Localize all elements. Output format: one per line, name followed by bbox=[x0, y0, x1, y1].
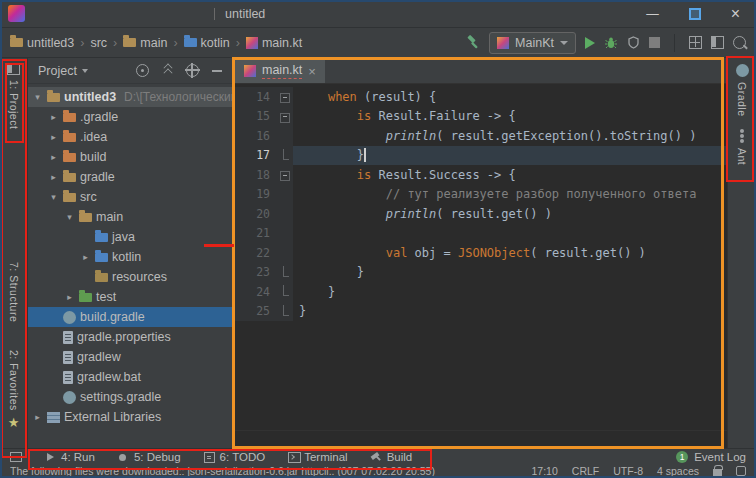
tool-button-5-debug[interactable]: 5: Debug bbox=[117, 451, 181, 463]
breadcrumb-item[interactable]: src bbox=[88, 36, 109, 50]
fold-marker[interactable] bbox=[277, 263, 293, 283]
tree-row-gradlew[interactable]: gradlew bbox=[28, 347, 232, 367]
breadcrumb-item[interactable]: main.kt bbox=[244, 36, 304, 50]
tree-row--gradle[interactable]: ▸ .gradle bbox=[28, 107, 232, 127]
fold-marker[interactable] bbox=[277, 224, 293, 244]
tool-button-gradle[interactable]: Gradle bbox=[736, 58, 749, 123]
tree-row-gradle[interactable]: ▸ gradle bbox=[28, 167, 232, 187]
tree-label: build.gradle bbox=[80, 310, 145, 324]
hide-panel-icon[interactable] bbox=[211, 64, 224, 77]
tree-row-settings-gradle[interactable]: settings.gradle bbox=[28, 387, 232, 407]
tree-expand-arrow[interactable]: ▸ bbox=[80, 252, 91, 262]
locate-file-icon[interactable] bbox=[136, 64, 149, 77]
folder-icon bbox=[63, 173, 76, 182]
code-line[interactable]: 15 is Result.Failure -> { bbox=[233, 107, 727, 127]
event-log-button[interactable]: 1 Event Log bbox=[676, 451, 746, 463]
tree-expand-arrow[interactable]: ▸ bbox=[48, 152, 59, 162]
tree-label: test bbox=[96, 290, 116, 304]
code-line[interactable]: 25 } bbox=[233, 302, 727, 322]
fold-marker[interactable] bbox=[277, 165, 293, 185]
code-line[interactable]: 22 val obj = JSONObject( result.get() ) bbox=[233, 243, 727, 263]
code-line[interactable]: 16 println( result.getException().toStri… bbox=[233, 126, 727, 146]
close-button[interactable]: × bbox=[731, 6, 740, 22]
gear-icon[interactable] bbox=[186, 64, 199, 77]
lock-icon[interactable] bbox=[713, 469, 722, 476]
code-line[interactable]: 20 println( result.get() ) bbox=[233, 204, 727, 224]
tree-row-main[interactable]: ▾ main bbox=[28, 207, 232, 227]
code-area[interactable]: 14 when (result) { 15 is Result.Failure … bbox=[233, 84, 727, 430]
fold-marker[interactable] bbox=[277, 107, 293, 127]
tree-row-java[interactable]: java bbox=[28, 227, 232, 247]
code-line[interactable]: 23 } bbox=[233, 263, 727, 283]
caret-position[interactable]: 17:10 bbox=[532, 465, 558, 477]
code-line[interactable]: 19 // тут реализуете разбор полученного … bbox=[233, 185, 727, 205]
breadcrumb-item[interactable]: untitled3 bbox=[8, 36, 76, 50]
tree-expand-arrow[interactable]: ▾ bbox=[32, 92, 43, 102]
debug-button[interactable] bbox=[604, 36, 618, 50]
tool-button-terminal[interactable]: Terminal bbox=[287, 451, 347, 463]
tree-row--idea[interactable]: ▸ .idea bbox=[28, 127, 232, 147]
tree-row-resources[interactable]: resources bbox=[28, 267, 232, 287]
close-tab-icon[interactable] bbox=[308, 65, 316, 78]
breadcrumb-item[interactable]: kotlin bbox=[182, 36, 232, 50]
tool-button-favorites[interactable]: 2: Favorites bbox=[8, 344, 20, 436]
tool-button-4-run[interactable]: 4: Run bbox=[44, 451, 95, 463]
fold-marker[interactable] bbox=[277, 243, 293, 263]
tree-expand-arrow[interactable]: ▸ bbox=[64, 292, 75, 302]
run-configuration-select[interactable]: MainKt bbox=[489, 32, 576, 54]
collapse-all-icon[interactable] bbox=[161, 64, 174, 77]
tree-expand-arrow[interactable]: ▾ bbox=[64, 212, 75, 222]
fold-marker[interactable] bbox=[277, 282, 293, 302]
tool-button-project[interactable]: 1: Project bbox=[7, 58, 20, 135]
tool-windows-icon[interactable] bbox=[711, 36, 724, 49]
project-panel-title[interactable]: Project bbox=[38, 64, 77, 78]
tool-button-structure[interactable]: 7: Structure bbox=[8, 256, 20, 328]
line-separator[interactable]: CRLF bbox=[572, 465, 599, 477]
inspections-icon[interactable] bbox=[736, 466, 746, 476]
fold-marker[interactable] bbox=[277, 146, 293, 166]
fold-marker[interactable] bbox=[277, 302, 293, 322]
code-segment bbox=[299, 168, 357, 182]
code-line[interactable]: 14 when (result) { bbox=[233, 87, 727, 107]
run-button[interactable] bbox=[585, 37, 595, 49]
toolbar-actions: MainKt bbox=[465, 32, 746, 54]
maximize-button[interactable] bbox=[689, 8, 701, 20]
tree-expand-arrow[interactable]: ▸ bbox=[48, 172, 59, 182]
tree-row-src[interactable]: ▾ src bbox=[28, 187, 232, 207]
indent-setting[interactable]: 4 spaces bbox=[657, 465, 699, 477]
editor-tab-main-kt[interactable]: main.kt bbox=[235, 59, 325, 83]
tree-expand-arrow[interactable]: ▸ bbox=[48, 112, 59, 122]
tree-expand-arrow[interactable]: ▸ bbox=[32, 412, 43, 422]
code-line[interactable]: 21 bbox=[233, 224, 727, 244]
tool-button-ant[interactable]: Ant bbox=[736, 123, 748, 171]
stop-button[interactable] bbox=[649, 37, 660, 48]
tree-row-kotlin[interactable]: ▸ kotlin bbox=[28, 247, 232, 267]
tool-button-6-todo[interactable]: 6: TODO bbox=[203, 451, 266, 463]
tree-row-gradlew-bat[interactable]: gradlew.bat bbox=[28, 367, 232, 387]
tool-button-build[interactable]: Build bbox=[370, 451, 413, 463]
file-encoding[interactable]: UTF-8 bbox=[613, 465, 643, 477]
tree-row-build[interactable]: ▸ build bbox=[28, 147, 232, 167]
tree-row-untitled3[interactable]: ▾ untitled3 D:\[Технологический... bbox=[28, 87, 232, 107]
code-line[interactable]: 18 is Result.Success -> { bbox=[233, 165, 727, 185]
tree-row-test[interactable]: ▸ test bbox=[28, 287, 232, 307]
tree-expand-arrow[interactable]: ▾ bbox=[48, 192, 59, 202]
breadcrumb-item[interactable]: main bbox=[121, 36, 169, 50]
grid-icon[interactable] bbox=[689, 36, 702, 49]
coverage-button[interactable] bbox=[627, 36, 640, 49]
fold-marker[interactable] bbox=[277, 126, 293, 146]
fold-marker[interactable] bbox=[277, 204, 293, 224]
window-title: untitled bbox=[225, 7, 265, 21]
code-line[interactable]: 17 } bbox=[233, 146, 727, 166]
tree-row-build-gradle[interactable]: build.gradle bbox=[28, 307, 232, 327]
search-icon[interactable] bbox=[733, 36, 746, 49]
tree-row-gradle-properties[interactable]: gradle.properties bbox=[28, 327, 232, 347]
fold-marker[interactable] bbox=[277, 87, 293, 107]
code-line[interactable]: 24 } bbox=[233, 282, 727, 302]
toolwindow-switcher-icon[interactable] bbox=[10, 452, 22, 462]
minimize-button[interactable]: — bbox=[646, 7, 659, 21]
tree-row-external-libraries[interactable]: ▸ External Libraries bbox=[28, 407, 232, 427]
fold-marker[interactable] bbox=[277, 185, 293, 205]
build-hammer-icon[interactable] bbox=[465, 35, 480, 50]
tree-expand-arrow[interactable]: ▸ bbox=[48, 132, 59, 142]
